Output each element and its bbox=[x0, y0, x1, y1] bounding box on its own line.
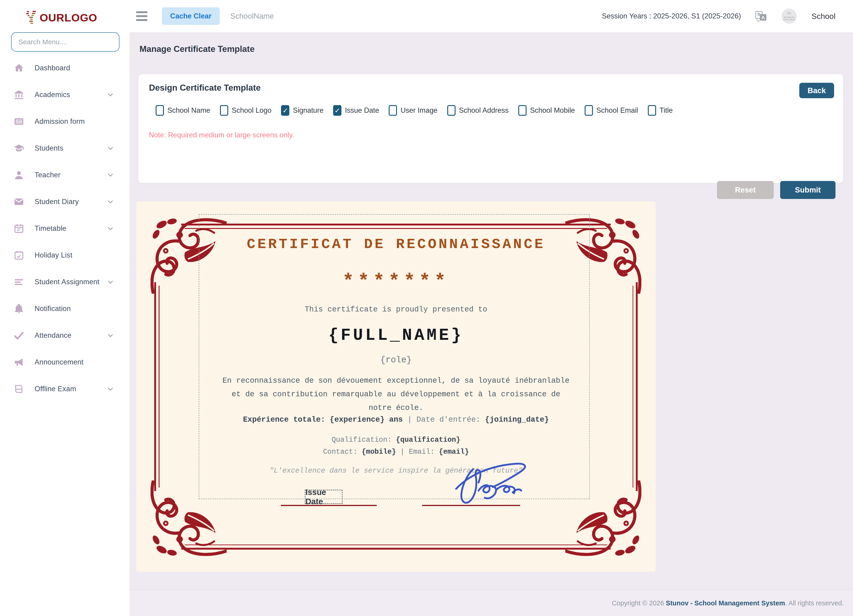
sidebar-item-holiday-list[interactable]: Holiday List bbox=[0, 242, 129, 269]
sidebar-item-academics[interactable]: Academics bbox=[0, 81, 129, 108]
calendar-check-icon bbox=[14, 250, 24, 261]
checkbox-label: School Address bbox=[459, 106, 508, 115]
certificate-preview: CERTIFICAT DE RECONNAISSANCE ******* Thi… bbox=[136, 202, 656, 572]
bank-icon bbox=[14, 89, 24, 100]
checkbox-label: School Name bbox=[167, 106, 210, 115]
sidebar-item-label: Offline Exam bbox=[35, 385, 106, 393]
checkbox-icon[interactable] bbox=[333, 105, 342, 116]
design-card-title: Design Certificate Template bbox=[149, 83, 261, 93]
field-checkbox-title[interactable]: Title bbox=[648, 105, 673, 116]
translate-icon[interactable]: A bbox=[754, 9, 768, 23]
sidebar-item-students[interactable]: Students bbox=[0, 135, 129, 162]
sidebar-item-admission-form[interactable]: Admission form bbox=[0, 108, 129, 135]
checkbox-icon[interactable] bbox=[584, 105, 593, 116]
checkbox-label: School Mobile bbox=[530, 106, 575, 115]
checkbox-icon[interactable] bbox=[281, 105, 289, 116]
certificate-full-name: {FULL_NAME} bbox=[136, 326, 656, 345]
sidebar-item-label: Dashboard bbox=[35, 64, 106, 72]
certificate-quote: "L'excellence dans le service inspire la… bbox=[136, 467, 656, 475]
design-certificate-card: Design Certificate Template Back School … bbox=[138, 74, 843, 183]
chevron-down-icon bbox=[106, 171, 114, 179]
envelope-icon bbox=[14, 196, 24, 207]
chevron-down-icon bbox=[106, 278, 114, 286]
certificate-title: CERTIFICAT DE RECONNAISSANCE bbox=[136, 236, 656, 252]
check-icon bbox=[14, 330, 24, 341]
sidebar-item-attendance[interactable]: Attendance bbox=[0, 322, 129, 349]
certificate-contact-line: Contact: {mobile} | Email: {email} bbox=[136, 448, 656, 456]
field-checkbox-school-email[interactable]: School Email bbox=[584, 105, 638, 116]
search-menu-input[interactable] bbox=[11, 32, 120, 52]
sidebar-item-label: Attendance bbox=[35, 331, 106, 340]
copyright-text: Copyright © 2026 Stunov - School Managem… bbox=[612, 599, 844, 607]
sidebar-item-label: Student Assignment bbox=[35, 278, 106, 286]
sidebar-item-student-diary[interactable]: Student Diary bbox=[0, 188, 129, 215]
checkbox-icon[interactable] bbox=[447, 105, 455, 116]
sidebar-item-student-assignment[interactable]: Student Assignment bbox=[0, 269, 129, 295]
checkbox-label: School Logo bbox=[232, 106, 271, 115]
sidebar-item-teacher[interactable]: Teacher bbox=[0, 162, 129, 188]
chevron-down-icon bbox=[106, 144, 114, 152]
field-checkbox-user-image[interactable]: User Image bbox=[389, 105, 437, 116]
sidebar-item-timetable[interactable]: Timetable bbox=[0, 215, 129, 242]
avatar[interactable]: NO IMAGE AVAILABLE bbox=[782, 9, 797, 24]
submit-button[interactable]: Submit bbox=[780, 181, 835, 199]
checkbox-icon[interactable] bbox=[648, 105, 656, 116]
session-years-label: Session Years : 2025-2026, S1 (2025-2026… bbox=[602, 12, 741, 20]
user-icon bbox=[14, 170, 24, 181]
sidebar-item-label: Students bbox=[35, 144, 106, 152]
checkbox-label: School Email bbox=[596, 106, 638, 115]
hamburger-menu-icon[interactable] bbox=[136, 11, 147, 21]
footer-brand-link[interactable]: Stunov - School Management System bbox=[666, 599, 785, 607]
checkbox-label: Signature bbox=[293, 106, 323, 115]
signature-image[interactable] bbox=[450, 459, 535, 508]
logo-text: OURLOGO bbox=[39, 11, 97, 24]
checkbox-label: Title bbox=[660, 106, 673, 115]
back-button[interactable]: Back bbox=[799, 83, 834, 98]
sidebar-item-label: Admission form bbox=[35, 117, 106, 126]
page-title: Manage Certificate Template bbox=[140, 44, 255, 54]
field-checkbox-school-address[interactable]: School Address bbox=[447, 105, 508, 116]
footer: Copyright © 2026 Stunov - School Managem… bbox=[129, 590, 853, 616]
field-checkbox-school-mobile[interactable]: School Mobile bbox=[518, 105, 575, 116]
field-checkbox-school-logo[interactable]: School Logo bbox=[220, 105, 271, 116]
sidebar-item-label: Teacher bbox=[35, 171, 106, 179]
certificate-stars: ******* bbox=[136, 271, 656, 293]
app-logo[interactable]: OURLOGO bbox=[26, 11, 97, 24]
sidebar-item-offline-exam[interactable]: Offline Exam bbox=[0, 376, 129, 402]
certificate-body-text: En reconnaissance de son dévouement exce… bbox=[136, 374, 656, 415]
checkbox-icon[interactable] bbox=[156, 105, 164, 116]
certificate-experience-line: Expérience totale: {experience} ans | Da… bbox=[136, 416, 656, 424]
graduation-cap-icon bbox=[14, 143, 24, 154]
certificate-border bbox=[181, 548, 611, 549]
calendar-icon bbox=[14, 223, 24, 234]
checkbox-icon[interactable] bbox=[518, 105, 527, 116]
logo-y-icon bbox=[26, 11, 39, 24]
certificate-border bbox=[185, 545, 607, 545]
certificate-role: {role} bbox=[136, 355, 656, 365]
field-checkbox-school-name[interactable]: School Name bbox=[156, 105, 210, 116]
checkbox-label: User Image bbox=[401, 106, 437, 115]
checkbox-icon[interactable] bbox=[389, 105, 397, 116]
issue-date-placeholder[interactable]: Issue Date bbox=[305, 490, 343, 504]
reset-button[interactable]: Reset bbox=[717, 181, 774, 199]
checkbox-label: Issue Date bbox=[345, 106, 379, 115]
sidebar-item-label: Student Diary bbox=[35, 197, 106, 206]
megaphone-icon bbox=[14, 357, 24, 368]
sidebar-item-announcement[interactable]: Announcement bbox=[0, 349, 129, 376]
cache-clear-button[interactable]: Cache Clear bbox=[162, 8, 220, 25]
chevron-down-icon bbox=[106, 332, 114, 339]
sidebar-item-label: Timetable bbox=[35, 224, 106, 233]
form-icon bbox=[14, 116, 24, 127]
profile-name[interactable]: School bbox=[812, 12, 835, 21]
checkbox-icon[interactable] bbox=[220, 105, 228, 116]
main-content: Manage Certificate Template Design Certi… bbox=[129, 32, 853, 616]
field-checkbox-issue-date[interactable]: Issue Date bbox=[333, 105, 379, 116]
no-image-icon bbox=[786, 12, 792, 16]
field-checkbox-signature[interactable]: Signature bbox=[281, 105, 323, 116]
sidebar-item-notification[interactable]: Notification bbox=[0, 295, 129, 322]
sidebar-item-dashboard[interactable]: Dashboard bbox=[0, 55, 129, 81]
sidebar: OURLOGO Dashboard Academics Admission fo… bbox=[0, 0, 129, 616]
book-icon bbox=[14, 383, 24, 394]
bell-icon bbox=[14, 303, 24, 314]
issue-date-underline bbox=[281, 505, 377, 506]
